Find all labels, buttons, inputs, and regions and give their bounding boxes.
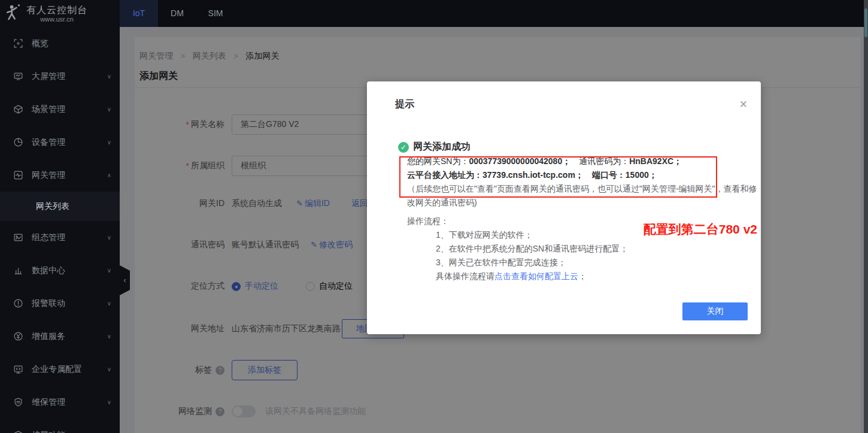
success-title: 网关添加成功 [413, 141, 471, 153]
data-center-icon [13, 265, 23, 275]
step-3: 3、网关已在软件中配置完成连接； [407, 256, 628, 270]
enterprise-icon [13, 364, 23, 374]
step-2: 2、在软件中把系统分配的SN和通讯密码进行配置； [407, 242, 628, 256]
chevron-down-icon: ∨ [107, 333, 111, 340]
sidebar-item-device-mgmt[interactable]: 设备管理 ∨ [0, 126, 120, 159]
chevron-down-icon: ∨ [107, 139, 111, 146]
sidebar-item-label: 报警联动 [32, 298, 107, 309]
sidebar-item-label: 场景管理 [32, 104, 107, 115]
sidebar-item-label: 组态管理 [32, 232, 107, 243]
app-title: 有人云控制台 [26, 5, 87, 16]
logo-dot [18, 4, 20, 6]
sn-label: 您的网关SN为： [407, 156, 469, 166]
chevron-down-icon: ∨ [107, 366, 111, 373]
credentials-block: 您的网关SN为：00037739000000042080；通讯密码为：HnBA9… [407, 155, 757, 210]
chevron-down-icon: ∨ [107, 106, 111, 113]
device-icon [13, 137, 23, 147]
overview-icon [13, 38, 23, 49]
password-label: 通讯密码为： [579, 156, 629, 166]
maintenance-icon [13, 397, 23, 407]
chevron-left-icon: ‹ [124, 276, 126, 284]
brand: 有人云控制台 www.usr.cn [0, 0, 120, 27]
how-to-configure-link[interactable]: 点击查看如何配置上云 [494, 271, 578, 281]
password-value: HnBA92XC； [629, 156, 682, 166]
sidebar-item-label: 设备管理 [32, 137, 107, 148]
steps-footer-prefix: 具体操作流程请 [436, 271, 494, 281]
sidebar-item-label: 大屏管理 [32, 71, 107, 82]
sidebar-item-label: 扩展功能 [32, 430, 107, 433]
scrollbar[interactable] [864, 0, 868, 433]
app-subtitle: www.usr.cn [26, 16, 87, 23]
sidebar-item-gateway-mgmt[interactable]: 网关管理 ∧ [0, 159, 120, 192]
extension-icon [13, 430, 23, 433]
alarm-icon [13, 298, 23, 308]
sidebar-item-enterprise-config[interactable]: 企业专属配置 ∨ [0, 353, 120, 386]
sidebar-item-label: 网关管理 [32, 170, 107, 181]
chevron-down-icon: ∨ [107, 399, 111, 405]
dialog-title: 提示 [395, 98, 414, 111]
sidebar-item-scene-mgmt[interactable]: 场景管理 ∨ [0, 93, 120, 126]
step-1: 1、下载对应网关的软件； [407, 228, 628, 242]
note-line-2: 改网关的通讯密码) [407, 196, 757, 210]
chevron-down-icon: ∨ [107, 267, 111, 274]
gateway-submenu: 网关列表 [0, 192, 120, 221]
success-row: ✓ 网关添加成功 [398, 141, 471, 153]
sidebar-item-extension[interactable]: 扩展功能 ∨ [0, 419, 120, 433]
close-button[interactable]: 关闭 [682, 302, 748, 320]
hmi-icon [13, 232, 23, 243]
tab-sim[interactable]: SIM [196, 0, 235, 27]
sidebar-item-value-services[interactable]: 增值服务 ∨ [0, 320, 120, 353]
port-value: 15000； [626, 170, 657, 180]
port-label: 端口号： [592, 170, 626, 180]
red-annotation-text: 配置到第二台780 v2 [644, 221, 757, 238]
steps-footer-suffix: ； [578, 271, 587, 281]
gateway-added-dialog: 提示 ✕ ✓ 网关添加成功 您的网关SN为：000377390000000420… [367, 81, 761, 334]
value-service-icon [13, 331, 23, 341]
usr-logo-icon [5, 4, 23, 24]
steps-title: 操作流程： [407, 214, 628, 228]
sidebar-item-label: 企业专属配置 [32, 364, 107, 375]
scene-icon [13, 104, 23, 114]
sidebar: 概览 大屏管理 ∨ 场景管理 ∨ 设备管理 ∨ 网关管理 ∧ 网关列表 组态管理… [0, 27, 120, 433]
sidebar-item-screen-mgmt[interactable]: 大屏管理 ∨ [0, 60, 120, 93]
success-check-icon: ✓ [398, 142, 409, 153]
tab-dm[interactable]: DM [158, 0, 196, 27]
chevron-down-icon: ∨ [107, 234, 111, 241]
sidebar-item-maintenance-mgmt[interactable]: 维保管理 ∨ [0, 386, 120, 419]
top-nav-tabs: IoT DM SIM [120, 0, 235, 27]
chevron-down-icon: ∨ [107, 73, 111, 80]
steps-block: 操作流程： 1、下载对应网关的软件； 2、在软件中把系统分配的SN和通讯密码进行… [407, 214, 628, 283]
topbar: 有人云控制台 www.usr.cn IoT DM SIM [0, 0, 868, 27]
server-label: 云平台接入地址为： [407, 170, 482, 180]
sidebar-item-hmi-mgmt[interactable]: 组态管理 ∨ [0, 221, 120, 254]
sidebar-item-gateway-list[interactable]: 网关列表 [0, 192, 120, 221]
sn-value: 00037739000000042080； [469, 156, 570, 166]
tab-iot[interactable]: IoT [120, 0, 158, 27]
gateway-icon [13, 170, 23, 180]
sn-line: 您的网关SN为：00037739000000042080；通讯密码为：HnBA9… [407, 155, 757, 168]
sidebar-item-data-center[interactable]: 数据中心 ∨ [0, 254, 120, 287]
close-icon[interactable]: ✕ [739, 98, 748, 111]
steps-footer: 具体操作流程请点击查看如何配置上云； [407, 270, 628, 283]
server-value: 37739.cnsh.iot-tcp.com； [482, 170, 584, 180]
chevron-down-icon: ∨ [107, 300, 111, 307]
sidebar-item-label: 数据中心 [32, 265, 107, 276]
sidebar-item-label: 维保管理 [32, 397, 107, 408]
note-line-1: （后续您也可以在"查看"页面查看网关的通讯密码，也可以通过"网关管理-编辑网关"… [407, 182, 757, 196]
sidebar-item-label: 增值服务 [32, 331, 107, 342]
screen-icon [13, 71, 23, 81]
brand-text: 有人云控制台 www.usr.cn [26, 5, 87, 23]
scrollbar-thumb[interactable] [864, 8, 867, 37]
server-line: 云平台接入地址为：37739.cnsh.iot-tcp.com；端口号：1500… [407, 168, 757, 182]
sidebar-item-overview[interactable]: 概览 [0, 27, 120, 60]
sidebar-item-label: 概览 [32, 38, 111, 49]
sidebar-item-alarm-linkage[interactable]: 报警联动 ∨ [0, 287, 120, 320]
chevron-up-icon: ∧ [107, 172, 111, 178]
